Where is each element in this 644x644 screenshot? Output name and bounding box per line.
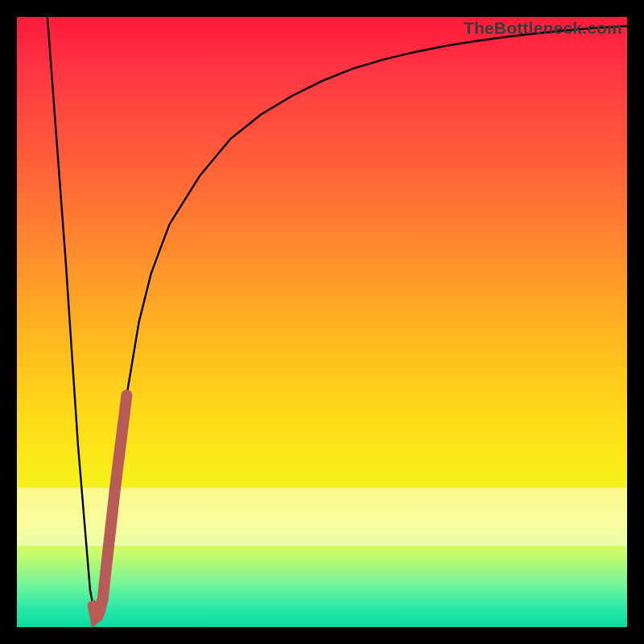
chart-frame: TheBottleneck.com [0,0,644,644]
plot-area: TheBottleneck.com [17,17,627,627]
bottleneck-curve [47,17,627,621]
curve-svg [17,17,627,627]
watermark-text: TheBottleneck.com [464,19,622,38]
highlight-segment [93,395,127,617]
curve-line [47,17,627,621]
highlight-line [93,395,127,617]
